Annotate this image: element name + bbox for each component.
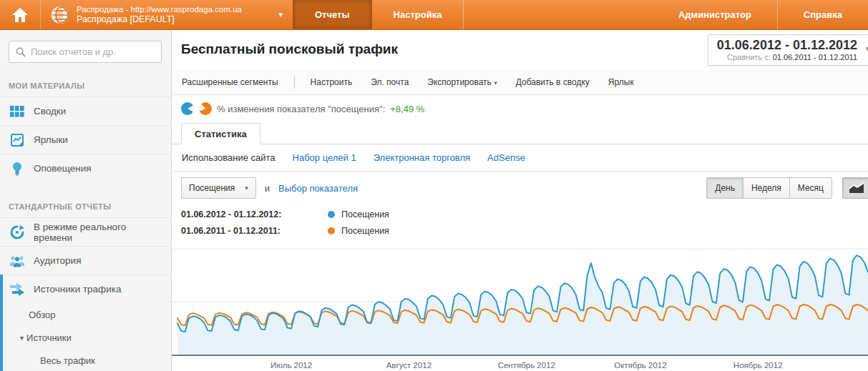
tab-settings[interactable]: Настройка <box>372 0 464 29</box>
add-to-dashboard-button[interactable]: Добавить в сводку <box>516 77 590 87</box>
legend-range-label: 01.06.2012 - 01.12.2012: <box>181 209 321 219</box>
sidebar-item-label: Сводки <box>34 106 66 117</box>
advanced-segments-button[interactable]: Расширенные сегменты <box>182 77 278 87</box>
chart-type-button[interactable] <box>842 177 868 199</box>
metric-caret-down-icon: ▾ <box>245 184 248 192</box>
sidebar-item-traffic-sources[interactable]: Источники трафика <box>3 274 171 303</box>
explorer-tab-strip: Статистика <box>172 122 868 144</box>
granularity-week-button[interactable]: Неделя <box>743 177 790 199</box>
compare-range-value: 01.06.2011 - 01.12.2011 <box>773 53 857 61</box>
explorer-subtabs: Использование сайта Набор целей 1 Электр… <box>172 144 868 172</box>
sidebar-item-label: Оповещения <box>34 163 92 174</box>
audience-people-icon <box>9 254 26 267</box>
sidebar-subitem-all-traffic[interactable]: Весь трафик <box>3 349 171 371</box>
legend-row-current: 01.06.2012 - 01.12.2012: Посещения <box>172 206 868 222</box>
subtab-adsense[interactable]: AdSense <box>487 152 525 163</box>
metric-picker-row: Посещения ▾ и Выбор показателя День Неде… <box>172 172 868 204</box>
granularity-month-button[interactable]: Месяц <box>789 177 832 199</box>
svg-text:Ноябрь 2012: Ноябрь 2012 <box>733 361 783 370</box>
svg-text:Сентябрь 2012: Сентябрь 2012 <box>498 361 555 370</box>
realtime-refresh-icon <box>9 225 26 239</box>
sidebar-subitem-label: Весь трафик <box>40 355 95 366</box>
home-button[interactable] <box>0 0 41 29</box>
traffic-arrows-icon <box>9 282 26 297</box>
change-label: % изменения показателя "посещения": <box>217 104 385 114</box>
home-icon <box>11 7 29 23</box>
conjunction-label: и <box>265 183 270 194</box>
sidebar-item-label: В режиме реального времени <box>34 222 162 243</box>
chart-area: Июль 2012Август 2012Сентябрь 2012Октябрь… <box>172 240 868 371</box>
sidebar-item-dashboards[interactable]: Сводки <box>0 97 171 125</box>
svg-text:Июль 2012: Июль 2012 <box>270 361 312 370</box>
date-range-value: 01.06.2012 - 01.12.2012 <box>717 38 857 53</box>
sidebar-subitem-sources[interactable]: ▾ Источники <box>3 326 171 349</box>
help-link[interactable]: Справка <box>778 0 868 29</box>
compare-label: Сравнить с: <box>727 53 771 61</box>
traffic-chart[interactable]: Июль 2012Август 2012Сентябрь 2012Октябрь… <box>172 240 868 371</box>
chart-legend: 01.06.2012 - 01.12.2012: Посещения 01.06… <box>172 204 868 239</box>
search-icon <box>16 47 26 57</box>
line-chart-icon <box>849 182 864 194</box>
export-button[interactable]: Экспортировать ▾ <box>427 77 497 87</box>
customize-button[interactable]: Настроить <box>311 77 353 87</box>
tab-statistics[interactable]: Статистика <box>181 123 260 144</box>
export-caret-down-icon: ▾ <box>494 79 497 86</box>
sidebar-subitem-overview[interactable]: Обзор <box>3 303 171 326</box>
granularity-day-button[interactable]: День <box>706 177 743 199</box>
date-range-selector[interactable]: 01.06.2012 - 01.12.2012 Сравнить с: 01.0… <box>708 34 868 66</box>
toolbar-divider <box>294 76 295 89</box>
date-caret-down-icon: ▼ <box>864 45 868 53</box>
sidebar: МОИ МАТЕРИАЛЫ Сводки Ярлыки Оповещения С… <box>0 30 172 371</box>
admin-link[interactable]: Администратор <box>653 0 777 29</box>
pie-chart-blue-icon <box>181 102 194 115</box>
sidebar-item-label: Источники трафика <box>34 284 121 295</box>
account-switcher[interactable]: Распродажа - http://www.rasprodaga.com.u… <box>41 0 293 29</box>
sidebar-item-alerts[interactable]: Оповещения <box>0 154 171 182</box>
sidebar-item-label: Ярлыки <box>34 134 68 145</box>
sidebar-active-group: Источники трафика Обзор ▾ Источники Весь… <box>0 274 171 371</box>
topbar: Распродажа - http://www.rasprodaga.com.u… <box>0 0 868 30</box>
legend-row-previous: 01.06.2011 - 01.12.2011: Посещения <box>172 222 868 239</box>
metric-dropdown-button[interactable]: Посещения ▾ <box>181 177 256 199</box>
account-caret-down-icon: ▾ <box>278 10 286 19</box>
legend-dot-blue <box>328 211 335 218</box>
sidebar-item-audience[interactable]: Аудитория <box>0 246 171 274</box>
lightbulb-icon <box>9 162 26 176</box>
main-content: Бесплатный поисковый трафик 01.06.2012 -… <box>172 30 868 371</box>
tab-reports[interactable]: Отчеты <box>293 0 372 29</box>
sidebar-item-realtime[interactable]: В режиме реального времени <box>0 217 171 246</box>
report-toolbar: Расширенные сегменты Настроить Эл. почта… <box>172 70 868 95</box>
sidebar-item-shortcuts[interactable]: Ярлыки <box>0 125 171 154</box>
legend-metric-label: Посещения <box>341 209 389 219</box>
account-url: Распродажа - http://www.rasprodaga.com.u… <box>77 4 271 14</box>
metric-change-row: % изменения показателя "посещения": +8,4… <box>172 95 868 122</box>
subtab-goal-set-1[interactable]: Набор целей 1 <box>293 152 356 163</box>
shortcut-button[interactable]: Ярлык <box>608 77 634 87</box>
search-input[interactable] <box>31 46 157 57</box>
sidebar-item-label: Аудитория <box>34 255 81 266</box>
sidebar-section-standard-reports: СТАНДАРТНЫЕ ОТЧЕТЫ <box>0 192 171 217</box>
subtab-ecommerce[interactable]: Электронная торговля <box>374 152 470 163</box>
svg-text:Октябрь 2012: Октябрь 2012 <box>614 361 666 370</box>
subtab-site-usage[interactable]: Использование сайта <box>182 152 275 163</box>
sidebar-subitem-label: Источники <box>26 332 72 343</box>
legend-dot-orange <box>328 227 335 234</box>
pie-chart-orange-icon <box>199 102 212 115</box>
sidebar-section-my-materials: МОИ МАТЕРИАЛЫ <box>0 71 171 97</box>
legend-metric-label: Посещения <box>341 226 389 236</box>
legend-range-label: 01.06.2011 - 01.12.2011: <box>181 226 321 236</box>
expanded-triangle-icon: ▾ <box>20 334 24 342</box>
email-button[interactable]: Эл. почта <box>371 77 409 87</box>
granularity-button-group: День Неделя Месяц <box>707 177 832 199</box>
sidebar-subitem-label: Обзор <box>29 310 56 320</box>
account-profile: Распродажа [DEFAULT] <box>77 14 271 26</box>
report-search-box[interactable] <box>9 41 162 63</box>
change-value: +8,49 % <box>390 104 424 114</box>
select-metric-link[interactable]: Выбор показателя <box>278 183 358 194</box>
dashboards-grid-icon <box>9 106 26 117</box>
shortcuts-report-icon <box>9 134 26 147</box>
svg-text:Август 2012: Август 2012 <box>386 361 431 370</box>
globe-icon <box>51 6 69 24</box>
